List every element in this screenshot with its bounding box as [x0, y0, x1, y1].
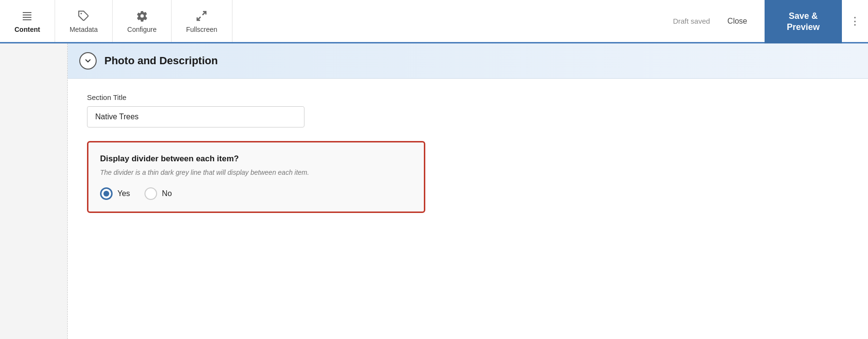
tab-fullscreen[interactable]: Fullscreen	[172, 0, 232, 42]
section-header: Photo and Description	[68, 43, 868, 79]
more-icon: ⋮	[850, 15, 860, 28]
tab-configure-label: Configure	[127, 26, 157, 33]
list-icon	[20, 9, 34, 23]
tab-configure[interactable]: Configure	[113, 0, 172, 42]
tab-content-label: Content	[14, 26, 40, 33]
svg-rect-2	[23, 17, 31, 18]
toolbar-right: Draft saved Close	[663, 0, 765, 42]
more-options-button[interactable]: ⋮	[842, 0, 868, 42]
toolbar: Content Metadata Configure	[0, 0, 868, 43]
svg-rect-0	[23, 12, 31, 13]
question-description: The divider is a thin dark grey line tha…	[100, 168, 412, 178]
save-preview-button[interactable]: Save & Preview	[765, 0, 842, 43]
fullscreen-icon	[195, 9, 208, 23]
tab-metadata-label: Metadata	[70, 26, 98, 33]
chevron-down-icon	[84, 56, 92, 65]
section-title-label: Section Title	[87, 93, 849, 101]
divider-question-box: Display divider between each item? The d…	[87, 141, 425, 213]
content-area: Photo and Description Section Title Disp…	[68, 43, 868, 339]
section-title-input[interactable]	[87, 106, 304, 127]
svg-rect-1	[23, 14, 31, 15]
radio-option-yes[interactable]: Yes	[100, 187, 130, 200]
radio-yes-indicator	[100, 187, 113, 200]
close-button[interactable]: Close	[720, 13, 755, 29]
radio-group: Yes No	[100, 187, 412, 200]
toolbar-spacer	[232, 0, 664, 42]
radio-option-no[interactable]: No	[145, 187, 172, 200]
question-title: Display divider between each item?	[100, 154, 412, 164]
radio-no-indicator	[145, 187, 157, 200]
gear-icon	[135, 9, 149, 23]
main-content: Photo and Description Section Title Disp…	[0, 43, 868, 339]
tab-metadata[interactable]: Metadata	[55, 0, 113, 42]
form-content: Section Title Display divider between ea…	[68, 79, 868, 227]
left-sidebar	[0, 43, 68, 339]
draft-status: Draft saved	[673, 17, 710, 25]
radio-no-label: No	[162, 189, 172, 198]
section-heading: Photo and Description	[104, 55, 218, 67]
radio-yes-label: Yes	[117, 189, 130, 198]
tab-fullscreen-label: Fullscreen	[186, 26, 217, 33]
tab-content[interactable]: Content	[0, 0, 55, 42]
svg-rect-3	[23, 19, 31, 20]
section-title-field: Section Title	[87, 93, 849, 141]
tag-icon	[77, 9, 90, 23]
collapse-button[interactable]	[79, 52, 97, 70]
